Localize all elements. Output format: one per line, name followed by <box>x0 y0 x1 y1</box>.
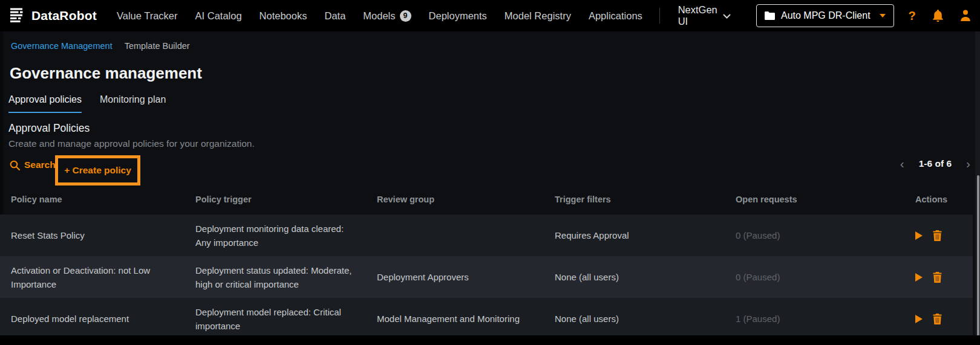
cell-trigger-filters: None (all users) <box>555 312 736 326</box>
ui-switcher-label: NextGen UI <box>678 4 717 27</box>
trash-icon <box>933 314 942 324</box>
nav-item-model-registry[interactable]: Model Registry <box>505 10 571 22</box>
table-row: Deployed model replacement Deployment mo… <box>0 298 973 340</box>
tab-monitoring-plan[interactable]: Monitoring plan <box>100 94 166 113</box>
chevron-down-icon <box>723 14 731 19</box>
topbar-divider <box>659 8 660 24</box>
section-description: Create and manage approval policies for … <box>8 138 255 149</box>
table-row: Reset Stats Policy Deployment monitoring… <box>0 214 973 256</box>
caret-down-icon <box>880 14 886 18</box>
scrollbar-thumb[interactable] <box>977 175 979 338</box>
page-content: Governance Management Template Builder G… <box>0 31 980 340</box>
activate-policy-play-button[interactable] <box>915 231 923 240</box>
column-header-review-group: Review group <box>377 193 555 207</box>
nav-label: Models <box>363 10 395 22</box>
pagination: ‹ 1-6 of 6 › <box>900 157 970 170</box>
folder-icon <box>765 11 775 20</box>
nav-item-applications[interactable]: Applications <box>589 10 642 22</box>
activate-policy-play-button[interactable] <box>915 315 923 323</box>
trash-icon <box>933 272 942 283</box>
policy-trigger-text: Deployment status updated: Moderate, hig… <box>195 263 358 291</box>
cell-review-group: Deployment Approvers <box>377 270 555 284</box>
column-header-policy-name: Policy name <box>0 193 195 207</box>
search-icon <box>10 160 20 170</box>
cell-actions <box>915 272 973 283</box>
prev-page-button[interactable]: ‹ <box>900 157 904 170</box>
delete-policy-button[interactable] <box>933 314 942 324</box>
delete-policy-button[interactable] <box>933 230 942 241</box>
datarobot-logo[interactable]: DataRobot <box>10 8 97 24</box>
vertical-scrollbar[interactable] <box>975 31 980 340</box>
nav-label: Applications <box>589 10 642 22</box>
project-selector-label: Auto MPG DR-Client <box>781 10 871 21</box>
column-header-open-requests: Open requests <box>736 193 915 207</box>
approval-policies-table: Policy name Policy trigger Review group … <box>0 184 973 340</box>
nav-label: Data <box>324 10 345 22</box>
cell-actions <box>915 314 973 324</box>
open-requests-text: 0 (Paused) <box>736 228 898 242</box>
nav-label: AI Catalog <box>195 10 242 22</box>
policy-trigger-text: Deployment model replaced: Critical impo… <box>195 305 358 333</box>
cell-trigger-filters: Requires Approval <box>555 228 736 242</box>
search-label: Search <box>24 160 56 170</box>
section-heading: Approval Policies <box>8 122 90 135</box>
tab-approval-policies[interactable]: Approval policies <box>8 94 82 113</box>
trigger-filters-text: None (all users) <box>555 312 717 326</box>
cell-policy-trigger: Deployment status updated: Moderate, hig… <box>195 263 377 291</box>
create-policy-button[interactable]: + Create policy <box>64 165 131 176</box>
nextgen-ui-switcher[interactable]: NextGen UI <box>678 4 731 27</box>
review-group-text: Model Management and Monitoring <box>377 312 539 326</box>
nav-item-models[interactable]: Models 9 <box>363 10 411 22</box>
nav-label: Deployments <box>429 10 487 22</box>
breadcrumb-governance-management[interactable]: Governance Management <box>11 41 113 51</box>
column-header-actions: Actions <box>915 193 973 207</box>
nav-label: Notebooks <box>260 10 307 22</box>
search-button[interactable]: Search <box>10 160 56 170</box>
open-requests-text: 1 (Paused) <box>736 312 898 326</box>
nav-item-data[interactable]: Data <box>324 10 345 22</box>
cell-open-requests: 0 (Paused) <box>736 228 915 242</box>
nav-item-notebooks[interactable]: Notebooks <box>260 10 307 22</box>
cell-policy-trigger: Deployment monitoring data cleared: Any … <box>195 222 377 250</box>
topbar-right-cluster: NextGen UI Auto MPG DR-Client ? <box>642 4 971 27</box>
nav-item-ai-catalog[interactable]: AI Catalog <box>195 10 242 22</box>
policy-name-text: Activation or Deactivation: not Low Impo… <box>11 263 173 291</box>
table-row: Activation or Deactivation: not Low Impo… <box>0 256 973 298</box>
nav-label: Model Registry <box>505 10 571 22</box>
nav-item-deployments[interactable]: Deployments <box>429 10 487 22</box>
cell-policy-name: Deployed model replacement <box>0 312 195 326</box>
page-title: Governance management <box>10 64 202 83</box>
cell-policy-name: Reset Stats Policy <box>0 228 195 242</box>
open-requests-text: 0 (Paused) <box>736 270 898 284</box>
bell-icon <box>932 10 944 22</box>
cell-review-group: Model Management and Monitoring <box>377 312 555 326</box>
pagination-range: 1-6 of 6 <box>919 158 952 169</box>
top-navigation-bar: DataRobot Value Tracker AI Catalog Noteb… <box>0 0 980 31</box>
delete-policy-button[interactable] <box>933 272 942 283</box>
breadcrumb-template-builder[interactable]: Template Builder <box>125 41 190 51</box>
cell-open-requests: 0 (Paused) <box>736 270 915 284</box>
nav-label: Value Tracker <box>117 10 178 22</box>
notifications-button[interactable] <box>932 10 944 22</box>
column-header-trigger-filters: Trigger filters <box>555 193 736 207</box>
tab-bar: Approval policies Monitoring plan <box>8 94 166 113</box>
bottom-edge-strip <box>0 335 980 340</box>
trigger-filters-text: None (all users) <box>555 270 717 284</box>
cell-open-requests: 1 (Paused) <box>736 312 915 326</box>
models-count-badge: 9 <box>400 10 411 22</box>
profile-button[interactable] <box>960 10 971 22</box>
next-page-button[interactable]: › <box>966 157 970 170</box>
cell-policy-name: Activation or Deactivation: not Low Impo… <box>0 263 195 291</box>
help-button[interactable]: ? <box>909 9 916 23</box>
nav-item-value-tracker[interactable]: Value Tracker <box>117 10 178 22</box>
breadcrumb: Governance Management Template Builder <box>11 41 190 51</box>
policy-name-text: Deployed model replacement <box>11 312 173 326</box>
column-header-policy-trigger: Policy trigger <box>195 193 377 207</box>
primary-nav: Value Tracker AI Catalog Notebooks Data … <box>117 10 642 22</box>
review-group-text: Deployment Approvers <box>377 270 539 284</box>
brand-name: DataRobot <box>31 8 97 23</box>
cell-actions <box>915 230 973 241</box>
activate-policy-play-button[interactable] <box>915 273 923 282</box>
cell-trigger-filters: None (all users) <box>555 270 736 284</box>
project-selector[interactable]: Auto MPG DR-Client <box>756 4 894 27</box>
